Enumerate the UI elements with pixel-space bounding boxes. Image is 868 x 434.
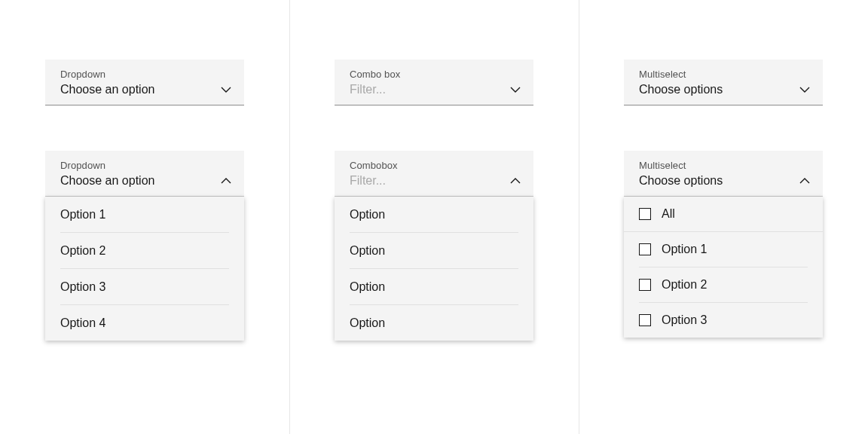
- dropdown-option[interactable]: Option 4: [60, 305, 229, 341]
- dropdown-option[interactable]: Option 3: [60, 269, 229, 305]
- multiselect-value: Choose options: [639, 174, 723, 188]
- dropdown-option[interactable]: Option 1: [60, 197, 229, 233]
- checkbox-icon: [639, 279, 651, 291]
- option-label: All: [662, 207, 675, 221]
- dropdown-value: Choose an option: [60, 174, 154, 188]
- combobox-placeholder: Filter...: [350, 174, 386, 188]
- multiselect-option[interactable]: Option 1: [624, 232, 823, 267]
- multiselect-label: Multiselect: [639, 69, 811, 80]
- combobox-menu: Option Option Option Option: [335, 197, 533, 341]
- checkbox-icon: [639, 208, 651, 220]
- dropdown-menu: Option 1 Option 2 Option 3 Option 4: [45, 197, 244, 341]
- dropdown-option[interactable]: Option 2: [60, 233, 229, 269]
- combobox-open[interactable]: Combobox Filter...: [335, 151, 533, 197]
- dropdown-label: Dropdown: [60, 69, 232, 80]
- combobox-closed[interactable]: Combo box Filter...: [335, 60, 533, 105]
- multiselect-option[interactable]: Option 3: [624, 303, 823, 338]
- multiselect-label: Multiselect: [639, 160, 811, 171]
- chevron-down-icon: [220, 84, 232, 96]
- chevron-up-icon: [220, 175, 232, 187]
- chevron-down-icon: [799, 84, 811, 96]
- combobox-option[interactable]: Option: [350, 233, 518, 269]
- combobox-label: Combo box: [350, 69, 521, 80]
- dropdown-open[interactable]: Dropdown Choose an option: [45, 151, 244, 197]
- multiselect-open[interactable]: Multiselect Choose options: [624, 151, 823, 197]
- multiselect-closed[interactable]: Multiselect Choose options: [624, 60, 823, 105]
- chevron-down-icon: [509, 84, 521, 96]
- option-label: Option 1: [662, 243, 707, 256]
- dropdown-label: Dropdown: [60, 160, 232, 171]
- chevron-up-icon: [509, 175, 521, 187]
- multiselect-option[interactable]: Option 2: [624, 267, 823, 302]
- combobox-option[interactable]: Option: [350, 305, 518, 341]
- dropdown-closed[interactable]: Dropdown Choose an option: [45, 60, 244, 105]
- option-label: Option 3: [662, 313, 707, 327]
- combobox-label: Combobox: [350, 160, 521, 171]
- checkbox-icon: [639, 314, 651, 326]
- option-label: Option 2: [662, 278, 707, 292]
- multiselect-menu: All Option 1 Option 2 Option 3: [624, 197, 823, 338]
- multiselect-value: Choose options: [639, 83, 723, 96]
- dropdown-value: Choose an option: [60, 83, 154, 96]
- multiselect-option-all[interactable]: All: [624, 197, 823, 231]
- combobox-option[interactable]: Option: [350, 269, 518, 305]
- combobox-option[interactable]: Option: [350, 197, 518, 233]
- chevron-up-icon: [799, 175, 811, 187]
- checkbox-icon: [639, 243, 651, 255]
- combobox-placeholder: Filter...: [350, 83, 386, 96]
